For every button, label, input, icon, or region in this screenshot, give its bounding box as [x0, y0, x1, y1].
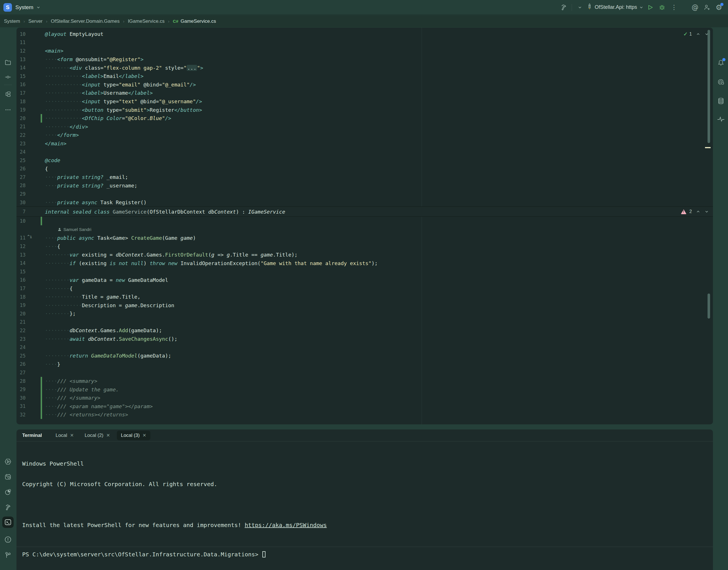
inspections-widget-bottom[interactable]: 2: [681, 209, 709, 214]
line-number[interactable]: 29: [16, 191, 26, 197]
line-number[interactable]: 16: [16, 277, 26, 283]
code-line[interactable]: 13········var existing = dbContext.Games…: [16, 251, 713, 259]
next-problem-button[interactable]: [704, 209, 709, 214]
app-logo[interactable]: S: [3, 3, 12, 12]
code-line[interactable]: 32····/// <returns></returns>: [16, 410, 713, 419]
code-line[interactable]: 28····private string? _username;: [16, 182, 713, 190]
line-number[interactable]: 29: [16, 386, 26, 392]
code-line[interactable]: 20········};: [16, 309, 713, 318]
terminal-output[interactable]: Windows PowerShell Copyright (C) Microso…: [16, 442, 713, 542]
line-number[interactable]: 12: [16, 48, 26, 54]
breadcrumb-item[interactable]: GameService.cs: [180, 18, 216, 24]
code-line[interactable]: 31····/// <param name="game"></param>: [16, 402, 713, 411]
code-line[interactable]: 26{: [16, 165, 713, 173]
more-actions-button[interactable]: ⋮: [669, 2, 679, 13]
line-number[interactable]: 28: [16, 183, 26, 188]
line-number[interactable]: 15: [16, 73, 26, 79]
close-icon[interactable]: ✕: [106, 433, 110, 438]
line-number[interactable]: 18: [16, 99, 26, 104]
line-number[interactable]: 28: [16, 378, 26, 384]
line-number[interactable]: 11: [16, 39, 26, 45]
code-line[interactable]: 27: [16, 368, 713, 377]
code-line[interactable]: 11: [16, 38, 713, 47]
code-line[interactable]: 15············<label>Email</label>: [16, 72, 713, 80]
debug-button[interactable]: [657, 2, 667, 13]
terminal-title[interactable]: Terminal: [22, 433, 42, 438]
problems-tool-button[interactable]: [2, 534, 14, 545]
code-line[interactable]: 14········if (existing is not null) thro…: [16, 259, 713, 267]
code-line[interactable]: 10: [16, 217, 713, 225]
line-number[interactable]: 25: [16, 353, 26, 359]
line-number[interactable]: 24: [16, 149, 26, 155]
code-line[interactable]: 19············<button type="submit">Regi…: [16, 105, 713, 114]
code-line[interactable]: 30····private async Task Register(): [16, 198, 713, 207]
terminal-tab[interactable]: Local (3)✕: [117, 431, 150, 440]
project-widget[interactable]: System: [15, 4, 33, 11]
line-number[interactable]: 13: [16, 57, 26, 62]
code-line[interactable]: 23</main>: [16, 139, 713, 148]
chevron-down-icon[interactable]: [33, 2, 43, 13]
line-number[interactable]: 32: [16, 412, 26, 417]
code-line[interactable]: 21: [16, 318, 713, 326]
next-problem-button[interactable]: [704, 32, 709, 36]
code-line[interactable]: 17············<label>Username</label>: [16, 89, 713, 97]
line-number[interactable]: 12: [16, 244, 26, 249]
code-line[interactable]: 16········var gameData = new GameDataMod…: [16, 276, 713, 284]
code-line[interactable]: 29: [16, 190, 713, 198]
line-number[interactable]: 14: [16, 65, 26, 70]
line-number[interactable]: 10: [16, 31, 26, 37]
code-line[interactable]: 18············Title = game.Title,: [16, 293, 713, 301]
line-number[interactable]: 22: [16, 328, 26, 333]
build-tool-button[interactable]: [2, 502, 14, 513]
code-line[interactable]: 12····{: [16, 242, 713, 251]
line-number[interactable]: 16: [16, 82, 26, 87]
line-number[interactable]: 25: [16, 158, 26, 163]
code-line[interactable]: 12<main>: [16, 47, 713, 55]
line-number[interactable]: 18: [16, 294, 26, 300]
line-number[interactable]: 17: [16, 286, 26, 291]
coverage-tool-button[interactable]: [2, 486, 14, 498]
run-configuration[interactable]: OfStellar.Api: https: [587, 3, 643, 11]
line-number[interactable]: 14: [16, 260, 26, 266]
sticky-class-header[interactable]: 7 internal sealed class GameService(OfSt…: [16, 207, 713, 217]
line-number[interactable]: 31: [16, 403, 26, 409]
line-number[interactable]: 27: [16, 174, 26, 180]
line-number[interactable]: 10: [16, 218, 26, 224]
line-number[interactable]: 26: [16, 361, 26, 367]
notifications-button[interactable]: [715, 57, 727, 68]
line-number[interactable]: 24: [16, 344, 26, 350]
code-line[interactable]: 11^ı····public async Task<Game> CreateGa…: [16, 234, 713, 242]
line-number[interactable]: 17: [16, 90, 26, 96]
database-button[interactable]: [715, 95, 727, 107]
mentions-icon[interactable]: @: [690, 2, 700, 13]
scrollbar-thumb-top[interactable]: [708, 30, 710, 143]
code-line[interactable]: 28····/// <summary>: [16, 377, 713, 385]
code-line[interactable]: 10@layout EmptyLayout: [16, 30, 713, 38]
code-line[interactable]: 24: [16, 343, 713, 351]
editor-top-pane[interactable]: 10@layout EmptyLayout1112<main>13····<fo…: [16, 28, 713, 207]
terminal-tab[interactable]: Local✕: [52, 431, 78, 440]
close-icon[interactable]: ✕: [142, 433, 146, 438]
code-line[interactable]: 24: [16, 148, 713, 156]
code-line[interactable]: 22····</form>: [16, 131, 713, 139]
code-line[interactable]: 19············Description = game.Descrip…: [16, 301, 713, 309]
code-line[interactable]: 16············<input type="email" @bind=…: [16, 80, 713, 89]
breadcrumb-item[interactable]: IGameService.cs: [128, 18, 165, 24]
breadcrumb-item[interactable]: OfStellar.Server.Domain.Games: [51, 18, 120, 24]
terminal-tool-button[interactable]: [2, 517, 14, 528]
unit-tests-tool-button[interactable]: [2, 471, 14, 482]
code-line[interactable]: 30····/// </summary>: [16, 394, 713, 402]
run-tool-button[interactable]: [2, 456, 14, 467]
line-number[interactable]: 20: [16, 311, 26, 317]
code-line[interactable]: 23········await dbContext.SaveChangesAsy…: [16, 335, 713, 343]
code-line[interactable]: 18············<input type="text" @bind="…: [16, 97, 713, 106]
terminal-prompt[interactable]: PS C:\dev\system\server\src\OfStellar.In…: [16, 547, 713, 558]
code-line[interactable]: 27····private string? _email;: [16, 173, 713, 182]
line-number[interactable]: 22: [16, 132, 26, 138]
editor-bottom-pane[interactable]: 10Samuel Sandri11^ı····public async Task…: [16, 217, 713, 419]
build-hammer-icon[interactable]: [559, 2, 569, 13]
line-number[interactable]: 23: [16, 336, 26, 342]
breadcrumb-item[interactable]: Server: [28, 18, 43, 24]
line-number[interactable]: 26: [16, 166, 26, 172]
code-line[interactable]: 14········<div class="flex-column gap-2"…: [16, 63, 713, 72]
